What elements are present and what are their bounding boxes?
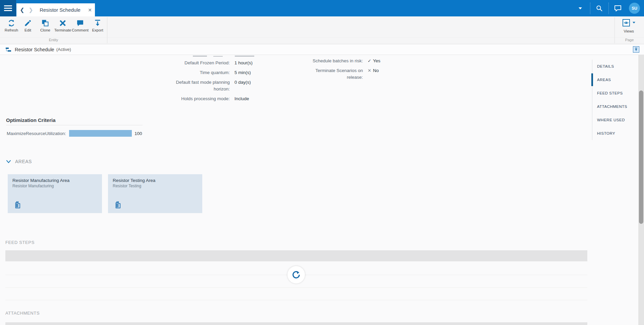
nav-item-details[interactable]: DETAILS [592, 60, 636, 73]
utilization-progress-bar [69, 130, 132, 137]
eye-icon [624, 20, 629, 25]
field-label: MaximizeResourceUtilization: [7, 131, 69, 136]
utilization-value: 100 [135, 131, 142, 136]
section-nav: DETAILS AREAS FEED STEPS ATTACHMENTS WHE… [592, 60, 636, 140]
ribbon-group-divider [107, 17, 107, 43]
detail-row: Holds processing mode: Include [166, 95, 307, 102]
section-divider [6, 125, 143, 125]
comment-bubble-icon [76, 19, 84, 27]
views-button[interactable] [623, 19, 630, 26]
terminate-button[interactable]: Terminate [54, 18, 71, 37]
back-chevron-icon[interactable]: ❮ [18, 3, 26, 16]
clipped-text-fragment [193, 56, 207, 57]
card-subtitle: Resistor Testing [113, 184, 141, 188]
popout-button[interactable] [633, 46, 639, 53]
page-group-label: Page [615, 38, 644, 42]
areas-section-header: AREAS [6, 159, 32, 164]
tab-title: Resistor Schedule [35, 7, 85, 13]
clipped-text-fragment [235, 56, 254, 57]
field-label: Time quantum: [166, 69, 230, 76]
hamburger-icon [4, 5, 12, 12]
nav-item-attachments[interactable]: ATTACHMENTS [592, 100, 636, 113]
app-window: ❮ ❯ Resistor Schedule ✕ SU [0, 0, 644, 325]
vertical-scrollbar[interactable] [638, 55, 644, 325]
tab-resistor-schedule[interactable]: ❮ ❯ Resistor Schedule ✕ [16, 3, 95, 16]
field-value: ✓Yes [368, 58, 380, 64]
details-left-column: Default Frozen Period: 1 hour(s) Time qu… [166, 60, 307, 105]
field-label: Default fast mode planning horizon: [166, 79, 230, 92]
detail-row: Default Frozen Period: 1 hour(s) [166, 60, 307, 66]
terminate-x-icon [59, 19, 67, 27]
field-label: Holds processing mode: [166, 95, 230, 102]
views-caret-icon [633, 22, 635, 23]
area-card-resistor-testing[interactable]: Resistor Testing Area Resistor Testing [108, 174, 202, 213]
topbar-dropdown-caret-icon[interactable] [579, 7, 582, 9]
forward-chevron-icon[interactable]: ❯ [26, 3, 35, 16]
clone-button[interactable]: Clone [37, 18, 54, 37]
page-title: Resistor Schedule [15, 47, 54, 52]
entity-group-label: Entity [0, 38, 107, 42]
card-subtitle: Resistor Manufacturing [12, 184, 54, 188]
optimization-row: MaximizeResourceUtilization: 100 [7, 130, 142, 137]
scrollbar-thumb[interactable] [639, 90, 643, 224]
views-label: Views [624, 29, 634, 33]
nav-item-areas[interactable]: AREAS [592, 73, 636, 86]
field-value: 5 min(s) [234, 69, 251, 76]
edit-button[interactable]: Edit [19, 18, 37, 37]
popout-up-arrow-icon [634, 47, 638, 52]
row-divider [5, 287, 587, 288]
clone-icon [41, 19, 49, 27]
cross-icon: ✕ [368, 68, 371, 73]
factory-icon [14, 199, 24, 209]
field-value: ✕No [368, 67, 379, 81]
detail-row: Terminate Scenarios on release: ✕No [301, 67, 442, 81]
card-title: Resistor Manufacturing Area [12, 178, 69, 183]
attachments-skeleton-bar [5, 322, 587, 325]
ribbon-toolbar: Refresh Edit Clone Terminate [0, 16, 644, 44]
feed-steps-skeleton-bar [5, 250, 587, 261]
main-content: Default Frozen Period: 1 hour(s) Time qu… [0, 55, 638, 325]
area-card-resistor-manufacturing[interactable]: Resistor Manufacturing Area Resistor Man… [8, 174, 102, 213]
breadcrumb: Resistor Schedule (Active) [0, 44, 644, 55]
factory-icon [114, 199, 124, 209]
clipped-text-fragment [213, 56, 223, 57]
search-icon [596, 5, 603, 12]
field-label: Schedule batches in risk: [301, 58, 363, 64]
search-button[interactable] [590, 0, 608, 16]
chevron-down-icon[interactable] [6, 160, 11, 164]
field-value: Include [234, 95, 249, 102]
row-divider [5, 300, 587, 300]
loading-spinner [287, 266, 305, 283]
nav-item-feed-steps[interactable]: FEED STEPS [592, 86, 636, 100]
detail-row: Time quantum: 5 min(s) [166, 69, 307, 76]
refresh-button[interactable]: Refresh [3, 18, 20, 37]
status-badge: (Active) [56, 47, 71, 52]
chat-bubble-icon [614, 5, 622, 12]
nav-item-where-used[interactable]: WHERE USED [592, 113, 636, 127]
field-value: 0 day(s) [234, 79, 251, 92]
export-down-arrow-icon [94, 19, 102, 27]
nav-item-history[interactable]: HISTORY [592, 127, 636, 140]
attachments-heading: ATTACHMENTS [5, 311, 40, 316]
spinner-refresh-icon [292, 270, 301, 279]
feed-steps-heading: FEED STEPS [5, 240, 35, 245]
field-label: Terminate Scenarios on release: [301, 67, 363, 81]
refresh-icon [7, 19, 15, 27]
comment-button[interactable]: Comment [71, 18, 89, 37]
pencil-icon [24, 19, 32, 27]
check-icon: ✓ [368, 58, 371, 63]
ribbon-label-divider [0, 37, 644, 38]
details-right-column: Schedule batches in risk: ✓Yes Terminate… [301, 58, 442, 84]
field-label: Default Frozen Period: [166, 60, 230, 66]
areas-heading-label: AREAS [15, 159, 32, 164]
avatar[interactable]: SU [629, 3, 640, 14]
schedule-entity-icon [5, 47, 11, 53]
top-bar: ❮ ❯ Resistor Schedule ✕ SU [0, 0, 644, 16]
detail-row: Schedule batches in risk: ✓Yes [301, 58, 442, 64]
optimization-criteria-heading: Optimization Criteria [6, 117, 56, 123]
tab-close-icon[interactable]: ✕ [85, 7, 95, 13]
export-button[interactable]: Export [89, 18, 106, 37]
detail-row: Default fast mode planning horizon: 0 da… [166, 79, 307, 92]
comments-button[interactable] [609, 0, 627, 16]
hamburger-menu-button[interactable] [0, 0, 16, 16]
